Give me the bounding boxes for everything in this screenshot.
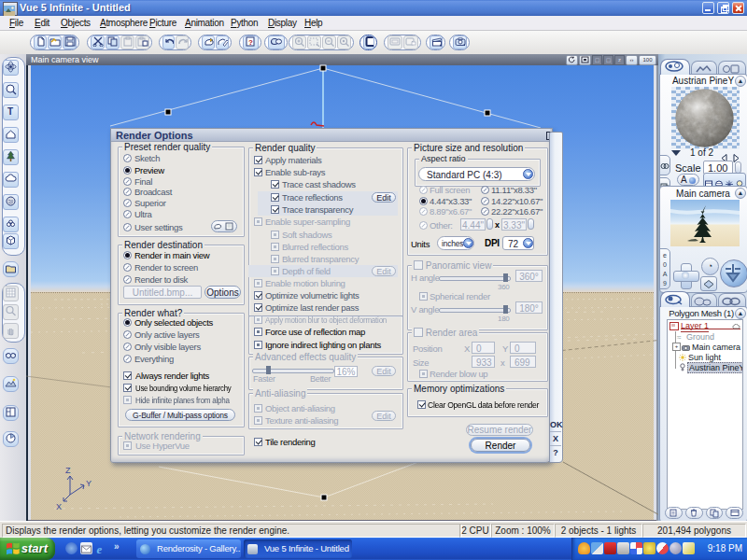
svg-text:Z: Z [65,466,71,475]
svg-text:?: ? [248,38,253,47]
svg-text:Y: Y [86,479,92,488]
svg-text:X: X [56,502,62,511]
svg-text:T: T [7,106,13,117]
svg-text:e: e [97,543,103,555]
